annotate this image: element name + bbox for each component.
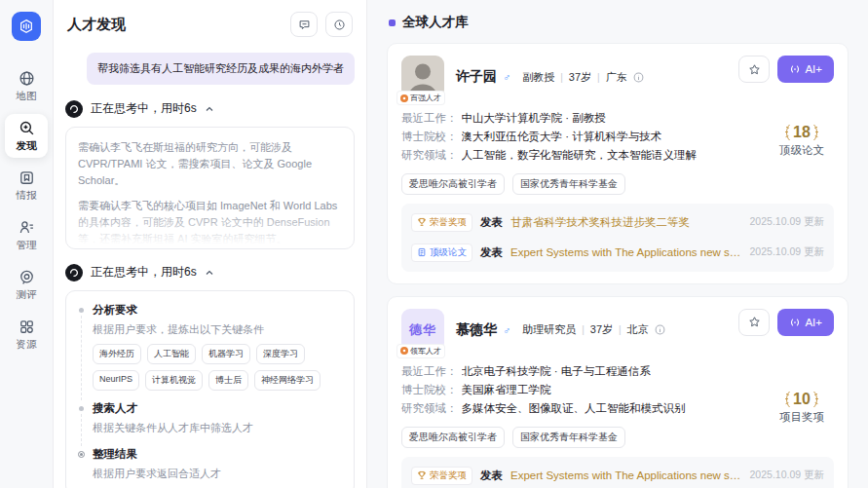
recent-job: 北京电子科技学院 · 电子与工程通信系 xyxy=(462,362,651,381)
message-icon xyxy=(298,19,311,31)
sidebar-item-discover[interactable]: 发现 xyxy=(5,114,48,158)
results-panel: 全球人才库 百强人才 许子园 ♂ 副教授| xyxy=(367,0,868,488)
honor-tag: 国家优秀青年科学基金 xyxy=(512,427,625,448)
title-bullet xyxy=(389,19,396,26)
thinking-content-1: 需确认李飞飞在斯坦福的研究方向，可能涉及 CVPR/TPAMI 论文，需搜索项目… xyxy=(65,127,355,249)
sidebar-item-resources[interactable]: 资源 xyxy=(5,313,48,357)
sidebar-item-label: 地图 xyxy=(17,90,37,103)
thinking-steps: 分析要求 根据用户要求，提炼出以下关键条件 海外经历 人工智能 机器学习 深度学… xyxy=(65,290,355,488)
step-bullet xyxy=(79,406,84,411)
thinking-status: 正在思考中，用时6s xyxy=(91,100,197,117)
chat-panel: 人才发现 帮我筛选具有人工智能研究经历及成果的海内外学者 正在思考中，用时6s … xyxy=(54,0,367,488)
chat-scroll-area[interactable]: 帮我筛选具有人工智能研究经历及成果的海内外学者 正在思考中，用时6s 需确认李飞… xyxy=(54,43,366,488)
ai-agent-icon xyxy=(65,100,83,118)
chevron-up-icon xyxy=(205,104,214,114)
ai-plus-button[interactable]: AI+ xyxy=(777,56,834,83)
keyword-chip: 深度学习 xyxy=(256,344,305,364)
ai-spark-icon xyxy=(789,63,801,75)
recent-job: 中山大学计算机学院 · 副教授 xyxy=(462,109,606,128)
info-icon[interactable] xyxy=(633,72,644,83)
keyword-chip: 机器学习 xyxy=(202,344,250,364)
star-icon xyxy=(748,316,761,328)
thinking-status: 正在思考中，用时6s xyxy=(91,264,197,281)
award-badge: 荣誉奖项 xyxy=(411,467,472,485)
sidebar-item-manage[interactable]: 管理 xyxy=(5,213,48,257)
history-button[interactable] xyxy=(325,12,353,37)
talent-card[interactable]: 百强人才 许子园 ♂ 副教授| 37岁| 广东 xyxy=(387,43,849,284)
chat-header: 人才发现 xyxy=(54,0,366,43)
globe-icon xyxy=(19,70,35,87)
person-info: 最近工作：中山大学计算机学院 · 副教授 博士院校：澳大利亚伍伦贡大学 · 计算… xyxy=(401,109,834,165)
zoom-plus-icon xyxy=(19,120,35,136)
thinking-paragraph: 需确认李飞飞在斯坦福的研究方向，可能涉及 CVPR/TPAMI 论文，需搜索项目… xyxy=(78,139,342,189)
news-row: 荣誉奖项 发表 甘肃省科学技术奖科技进步奖二等奖 2025.10.09 更新 xyxy=(411,207,824,238)
talent-badge: 百强人才 xyxy=(397,92,444,104)
news-link[interactable]: Expert Systems with The Applications new… xyxy=(510,245,742,260)
phd-school: 澳大利亚伍伦贡大学 · 计算机科学与技术 xyxy=(462,128,662,146)
trophy-icon xyxy=(417,217,427,227)
app-logo[interactable] xyxy=(12,12,41,41)
thinking-paragraph: 需要确认李飞飞的核心项目如 ImageNet 和 World Labs 的具体内… xyxy=(78,198,342,247)
new-chat-button[interactable] xyxy=(290,12,318,37)
news-link[interactable]: Expert Systems with The Applications new… xyxy=(510,469,742,483)
keyword-chip: 神经网络学习 xyxy=(254,370,321,391)
thinking-header-1[interactable]: 正在思考中，用时6s xyxy=(65,100,355,118)
metric-project-awards: 10 项目奖项 xyxy=(779,391,824,425)
user-manage-icon xyxy=(19,219,35,236)
target-circle-icon xyxy=(19,269,35,285)
metric-top-papers: 18 顶级论文 xyxy=(779,124,824,158)
ai-plus-button[interactable]: AI+ xyxy=(777,309,834,336)
info-icon[interactable] xyxy=(655,324,665,335)
sidebar: 地图 发现 情报 管理 测评 资源 xyxy=(0,0,54,488)
honor-tag: 爱思唯尔高被引学者 xyxy=(401,173,505,195)
award-badge: 荣誉奖项 xyxy=(411,213,472,232)
sidebar-item-map[interactable]: 地图 xyxy=(5,64,48,108)
star-icon xyxy=(748,63,761,76)
person-name[interactable]: 许子园 xyxy=(456,68,497,86)
news-row: 荣誉奖项 发表 Expert Systems with The Applicat… xyxy=(411,461,824,488)
honor-tags: 爱思唯尔高被引学者 国家优秀青年科学基金 xyxy=(401,173,834,195)
keyword-chip: 计算机视觉 xyxy=(145,370,203,391)
step-organize: 整理结果 根据用户要求返回合适人才 xyxy=(78,447,342,482)
keyword-chip: 海外经历 xyxy=(93,344,141,364)
sidebar-item-assess[interactable]: 测评 xyxy=(5,263,48,307)
favorite-button[interactable] xyxy=(738,309,770,336)
sidebar-item-label: 情报 xyxy=(17,189,37,203)
keyword-chips: 海外经历 人工智能 机器学习 深度学习 NeurIPS 计算机视觉 博士后 神经… xyxy=(93,344,342,391)
person-name[interactable]: 慕德华 xyxy=(456,321,497,339)
person-info: 最近工作：北京电子科技学院 · 电子与工程通信系 博士院校：美国麻省理工学院 研… xyxy=(401,362,834,418)
sidebar-item-label: 发现 xyxy=(17,139,37,153)
step-search: 搜索人才 根据关键条件从人才库中筛选人才 xyxy=(78,401,342,436)
ai-agent-icon xyxy=(65,264,83,282)
research-fields: 多媒体安全、图像取证、人工智能和模式识别 xyxy=(462,399,686,418)
document-icon xyxy=(417,247,427,257)
honor-tags: 爱思唯尔高被引学者 国家优秀青年科学基金 xyxy=(401,427,834,448)
news-box: 荣誉奖项 发表 Expert Systems with The Applicat… xyxy=(401,457,834,488)
keyword-chip: 人工智能 xyxy=(147,344,196,364)
news-box: 荣誉奖项 发表 甘肃省科学技术奖科技进步奖二等奖 2025.10.09 更新 顶… xyxy=(401,204,834,272)
sidebar-item-intel[interactable]: 情报 xyxy=(5,164,48,207)
talent-card[interactable]: 德华 领军人才 慕德华 ♂ 助理研究员| 37岁| 北京 xyxy=(387,296,849,488)
sidebar-item-label: 管理 xyxy=(17,239,37,252)
favorite-button[interactable] xyxy=(738,56,770,83)
trophy-icon xyxy=(417,470,427,480)
laurel-left-icon xyxy=(782,391,791,408)
app-window: 地图 发现 情报 管理 测评 资源 xyxy=(0,0,868,488)
honor-tag: 爱思唯尔高被引学者 xyxy=(401,427,505,448)
news-link[interactable]: 甘肃省科学技术奖科技进步奖二等奖 xyxy=(510,215,690,230)
laurel-right-icon xyxy=(812,124,821,141)
phd-school: 美国麻省理工学院 xyxy=(462,381,551,399)
sidebar-item-label: 资源 xyxy=(17,338,37,352)
honor-tag: 国家优秀青年科学基金 xyxy=(512,173,625,195)
medal-icon xyxy=(400,347,408,355)
paper-badge: 顶级论文 xyxy=(411,244,472,262)
ai-spark-icon xyxy=(789,317,801,328)
chevron-up-icon xyxy=(205,268,214,278)
male-icon: ♂ xyxy=(503,324,510,336)
thinking-header-2[interactable]: 正在思考中，用时6s xyxy=(65,264,355,282)
talent-badge: 领军人才 xyxy=(397,345,444,357)
person-meta: 副教授| 37岁| 广东 xyxy=(522,70,643,85)
grid-apps-icon xyxy=(19,319,35,335)
laurel-left-icon xyxy=(782,124,791,141)
step-connector xyxy=(81,316,82,401)
